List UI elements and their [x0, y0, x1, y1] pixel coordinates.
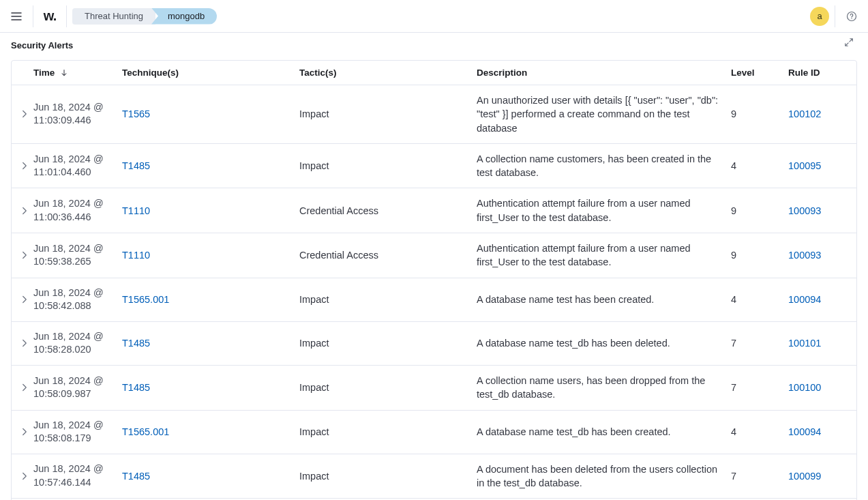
cell-tactic: Impact [299, 278, 477, 321]
chevron-right-icon [20, 207, 29, 215]
cell-time: Jun 18, 2024 @11:00:36.446 [33, 188, 122, 233]
avatar[interactable]: a [810, 7, 829, 26]
hamburger-menu-button[interactable] [5, 5, 27, 27]
cell-time: Jun 18, 2024 @10:58:08.179 [33, 410, 122, 454]
rule-id-link[interactable]: 100100 [788, 382, 821, 393]
expand-row-button[interactable] [18, 381, 31, 394]
cell-description: A collection name customers, has been cr… [477, 143, 731, 188]
expand-row-button[interactable] [18, 248, 31, 262]
rule-id-link[interactable]: 100099 [788, 471, 821, 482]
technique-link[interactable]: T1110 [122, 250, 150, 261]
alerts-table: Time Technique(s) Tactic(s) Description … [11, 60, 857, 500]
technique-link[interactable]: T1485 [122, 338, 150, 349]
expand-row-button[interactable] [18, 293, 31, 306]
help-button[interactable] [841, 5, 863, 27]
cell-time: Jun 18, 2024 @11:03:09.446 [33, 85, 122, 144]
cell-technique: T1485 [122, 365, 299, 410]
column-header-technique[interactable]: Technique(s) [122, 61, 299, 85]
cell-tactic: Impact [299, 321, 477, 365]
svg-point-1 [851, 18, 852, 18]
breadcrumb-item-mongodb[interactable]: mongodb [151, 8, 217, 25]
table-row: Jun 18, 2024 @10:58:28.020T1485ImpactA d… [12, 321, 856, 365]
technique-link[interactable]: T1485 [122, 471, 150, 482]
cell-description: A database name test_db has been created… [477, 410, 731, 454]
cell-level: 4 [731, 410, 788, 454]
expand-row-button[interactable] [18, 204, 31, 218]
expand-row-button[interactable] [18, 107, 31, 121]
logo[interactable]: w. [39, 5, 61, 27]
column-header-tactic[interactable]: Tactic(s) [299, 61, 477, 85]
column-header-description[interactable]: Description [477, 61, 731, 85]
cell-level: 7 [731, 321, 788, 365]
cell-level: 7 [731, 454, 788, 499]
technique-link[interactable]: T1565.001 [122, 294, 169, 305]
fullscreen-button[interactable] [841, 34, 857, 50]
cell-time: Jun 18, 2024 @10:59:38.265 [33, 233, 122, 278]
table-row: Jun 18, 2024 @10:59:38.265T1110Credentia… [12, 233, 856, 278]
cell-technique: T1110 [122, 233, 299, 278]
chevron-right-icon [20, 472, 29, 480]
divider [66, 5, 67, 27]
cell-level: 9 [731, 85, 788, 144]
technique-link[interactable]: T1485 [122, 160, 150, 171]
cell-technique: T1485 [122, 321, 299, 365]
table-row: Jun 18, 2024 @11:03:09.446T1565ImpactAn … [12, 85, 856, 144]
column-header-level[interactable]: Level [731, 61, 788, 85]
cell-tactic: Credential Access [299, 188, 477, 233]
hamburger-icon [11, 11, 22, 22]
chevron-right-icon [20, 295, 29, 304]
cell-rule-id: 100102 [788, 85, 856, 144]
chevron-right-icon [20, 383, 29, 392]
cell-level: 9 [731, 188, 788, 233]
chevron-right-icon [20, 110, 29, 118]
column-header-rule-id[interactable]: Rule ID [788, 61, 856, 85]
chevron-right-icon [20, 162, 29, 170]
column-header-time[interactable]: Time [33, 61, 122, 85]
help-icon [846, 11, 857, 22]
cell-description: Authentication attempt failure from a us… [477, 233, 731, 278]
table-row: Jun 18, 2024 @10:58:42.088T1565.001Impac… [12, 278, 856, 321]
cell-description: A collection name users, has been droppe… [477, 365, 731, 410]
cell-tactic: Impact [299, 365, 477, 410]
cell-rule-id: 100100 [788, 365, 856, 410]
rule-id-link[interactable]: 100095 [788, 160, 821, 171]
technique-link[interactable]: T1485 [122, 382, 150, 393]
cell-level: 4 [731, 278, 788, 321]
cell-time: Jun 18, 2024 @10:58:09.987 [33, 365, 122, 410]
chevron-right-icon [20, 251, 29, 259]
table-row: Jun 18, 2024 @10:57:46.144T1485ImpactA d… [12, 454, 856, 499]
expand-row-button[interactable] [18, 336, 31, 350]
technique-link[interactable]: T1565.001 [122, 426, 169, 437]
cell-description: Authentication attempt failure from a us… [477, 188, 731, 233]
cell-tactic: Impact [299, 85, 477, 144]
cell-time: Jun 18, 2024 @11:01:04.460 [33, 143, 122, 188]
technique-link[interactable]: T1110 [122, 205, 150, 216]
table-row: Jun 18, 2024 @10:58:08.179T1565.001Impac… [12, 410, 856, 454]
cell-description: An unauthorized user with details [{ "us… [477, 85, 731, 144]
expand-icon [844, 38, 854, 47]
column-header-time-label: Time [33, 68, 55, 78]
rule-id-link[interactable]: 100101 [788, 338, 821, 349]
expand-row-button[interactable] [18, 425, 31, 439]
expand-row-button[interactable] [18, 469, 31, 483]
expand-row-button[interactable] [18, 159, 31, 173]
rule-id-link[interactable]: 100102 [788, 108, 821, 119]
chevron-right-icon [20, 428, 29, 436]
cell-rule-id: 100094 [788, 410, 856, 454]
cell-rule-id: 100095 [788, 143, 856, 188]
breadcrumb-item-threat-hunting[interactable]: Threat Hunting [72, 8, 155, 25]
rule-id-link[interactable]: 100093 [788, 205, 821, 216]
cell-technique: T1565 [122, 85, 299, 144]
rule-id-link[interactable]: 100094 [788, 426, 821, 437]
cell-rule-id: 100093 [788, 188, 856, 233]
cell-time: Jun 18, 2024 @10:57:46.144 [33, 454, 122, 499]
technique-link[interactable]: T1565 [122, 108, 150, 119]
topbar: w. Threat Hunting mongodb a [0, 0, 868, 33]
cell-time: Jun 18, 2024 @10:58:28.020 [33, 321, 122, 365]
cell-tactic: Impact [299, 454, 477, 499]
rule-id-link[interactable]: 100094 [788, 294, 821, 305]
rule-id-link[interactable]: 100093 [788, 250, 821, 261]
cell-rule-id: 100094 [788, 278, 856, 321]
security-alerts-panel: Security Alerts Time Technique(s) Tactic… [0, 33, 868, 500]
cell-level: 4 [731, 143, 788, 188]
